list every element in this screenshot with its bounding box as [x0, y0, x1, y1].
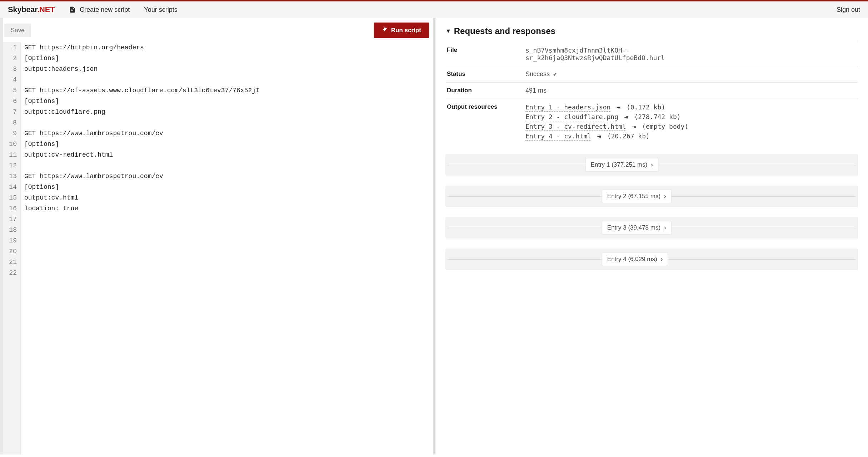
code-line[interactable]: [Options]	[24, 96, 433, 107]
triangle-down-icon: ▼	[445, 28, 451, 34]
resource-row: Entry 4 - cv.html ⇥ (20.267 kb)	[525, 132, 857, 140]
top-nav: Skybear.NET Create new script Your scrip…	[0, 1, 868, 18]
line-number: 19	[6, 235, 17, 246]
chevron-right-icon: ›	[651, 161, 653, 168]
meta-label-status: Status	[445, 66, 524, 83]
save-button[interactable]: Save	[4, 24, 31, 37]
resource-size: (0.172 kb)	[627, 103, 665, 111]
entry-chip[interactable]: Entry 3 (39.478 ms)›	[602, 221, 671, 234]
code-line[interactable]: output:cv-redirect.html	[24, 149, 433, 160]
editor-toolbar: Save Run script	[3, 18, 433, 42]
line-number: 20	[6, 246, 17, 257]
code-line[interactable]: GET https://cf-assets.www.cloudflare.com…	[24, 85, 433, 96]
download-icon[interactable]: ⇥	[617, 103, 620, 111]
code-editor[interactable]: 12345678910111213141516171819202122 GET …	[3, 42, 433, 454]
code-line[interactable]: GET https://httpbin.org/headers	[24, 42, 433, 53]
entry-timeline: Entry 1 (377.251 ms)›Entry 2 (67.155 ms)…	[445, 154, 858, 270]
line-number: 17	[6, 214, 17, 225]
resource-size: (20.267 kb)	[607, 132, 650, 140]
brand-suffix: .NET	[37, 5, 55, 14]
entry-chip[interactable]: Entry 1 (377.251 ms)›	[586, 158, 658, 171]
line-number: 8	[6, 117, 17, 128]
file-line-2: sr_k2h6jaQ3NtwzsRjwQDatULfpeBdO.hurl	[525, 54, 857, 62]
results-panel: ▼ Requests and responses File s_nB7Vsmhm…	[435, 18, 868, 454]
line-number-gutter: 12345678910111213141516171819202122	[3, 42, 21, 454]
meta-row-resources: Output resources Entry 1 - headers.json …	[445, 99, 858, 144]
resource-row: Entry 2 - cloudflare.png ⇥ (278.742 kb)	[525, 113, 857, 121]
sign-out-link[interactable]: Sign out	[837, 6, 860, 14]
line-number: 21	[6, 257, 17, 267]
left-gutter-strip	[0, 18, 3, 454]
meta-value-file: s_nB7Vsmhm8cxjdTnnm3ltKQH-- sr_k2h6jaQ3N…	[524, 42, 858, 66]
code-line[interactable]: output:headers.json	[24, 64, 433, 74]
your-scripts-link[interactable]: Your scripts	[144, 6, 177, 14]
results-header[interactable]: ▼ Requests and responses	[445, 26, 858, 36]
file-line-1: s_nB7Vsmhm8cxjdTnnm3ltKQH--	[525, 46, 857, 54]
bolt-icon	[382, 26, 388, 34]
code-line[interactable]: output:cv.html	[24, 192, 433, 203]
chevron-right-icon: ›	[664, 224, 666, 231]
code-line[interactable]: GET https://www.lambrospetrou.com/cv	[24, 128, 433, 139]
code-line[interactable]	[24, 267, 433, 278]
main-split: Save Run script 123456789101112131415161…	[0, 18, 868, 454]
code-line[interactable]: location: true	[24, 203, 433, 214]
meta-value-resources: Entry 1 - headers.json ⇥ (0.172 kb)Entry…	[524, 99, 858, 144]
create-script-label: Create new script	[80, 6, 130, 14]
entry-bar: Entry 3 (39.478 ms)›	[445, 217, 858, 239]
resource-row: Entry 3 - cv-redirect.html ⇥ (empty body…	[525, 123, 857, 130]
entry-label: Entry 2 (67.155 ms)	[607, 193, 660, 200]
run-button-label: Run script	[391, 27, 421, 34]
line-number: 11	[6, 149, 17, 160]
brand-logo[interactable]: Skybear.NET	[8, 5, 55, 14]
line-number: 10	[6, 139, 17, 149]
download-icon[interactable]: ⇥	[624, 113, 628, 121]
results-title: Requests and responses	[454, 26, 555, 36]
code-line[interactable]	[24, 257, 433, 267]
download-icon[interactable]: ⇥	[632, 123, 636, 130]
resource-link[interactable]: Entry 2 - cloudflare.png	[525, 113, 618, 121]
entry-chip[interactable]: Entry 2 (67.155 ms)›	[602, 190, 671, 203]
meta-value-status: Success ✔	[524, 66, 858, 83]
code-line[interactable]: [Options]	[24, 139, 433, 149]
line-number: 14	[6, 182, 17, 192]
resource-link[interactable]: Entry 3 - cv-redirect.html	[525, 123, 626, 131]
line-number: 2	[6, 53, 17, 64]
run-button[interactable]: Run script	[374, 23, 429, 38]
meta-label-duration: Duration	[445, 83, 524, 99]
code-line[interactable]	[24, 117, 433, 128]
meta-label-file: File	[445, 42, 524, 66]
create-script-link[interactable]: Create new script	[69, 6, 130, 14]
file-plus-icon	[69, 6, 76, 13]
code-line[interactable]	[24, 214, 433, 225]
code-line[interactable]	[24, 225, 433, 235]
code-line[interactable]: output:cloudflare.png	[24, 107, 433, 117]
line-number: 15	[6, 192, 17, 203]
sign-out-label: Sign out	[837, 6, 860, 14]
download-icon[interactable]: ⇥	[597, 132, 601, 140]
line-number: 12	[6, 160, 17, 171]
line-number: 16	[6, 203, 17, 214]
line-number: 1	[6, 42, 17, 53]
line-number: 13	[6, 171, 17, 182]
code-line[interactable]: [Options]	[24, 182, 433, 192]
your-scripts-label: Your scripts	[144, 6, 177, 14]
code-line[interactable]: [Options]	[24, 53, 433, 64]
meta-row-duration: Duration 491 ms	[445, 83, 858, 99]
results-meta-table: File s_nB7Vsmhm8cxjdTnnm3ltKQH-- sr_k2h6…	[445, 42, 858, 144]
code-area[interactable]: GET https://httpbin.org/headers[Options]…	[21, 42, 433, 454]
resource-link[interactable]: Entry 1 - headers.json	[525, 103, 610, 112]
resource-row: Entry 1 - headers.json ⇥ (0.172 kb)	[525, 103, 857, 111]
code-line[interactable]	[24, 246, 433, 257]
editor-panel: Save Run script 123456789101112131415161…	[3, 18, 435, 454]
code-line[interactable]	[24, 235, 433, 246]
resource-size: (278.742 kb)	[634, 113, 681, 121]
code-line[interactable]	[24, 74, 433, 85]
code-line[interactable]: GET https://www.lambrospetrou.com/cv	[24, 171, 433, 182]
line-number: 18	[6, 225, 17, 235]
entry-chip[interactable]: Entry 4 (6.029 ms)›	[602, 253, 668, 266]
resource-link[interactable]: Entry 4 - cv.html	[525, 132, 591, 141]
entry-bar: Entry 1 (377.251 ms)›	[445, 154, 858, 176]
brand-name: Skybear	[8, 5, 37, 14]
code-line[interactable]	[24, 160, 433, 171]
line-number: 6	[6, 96, 17, 107]
